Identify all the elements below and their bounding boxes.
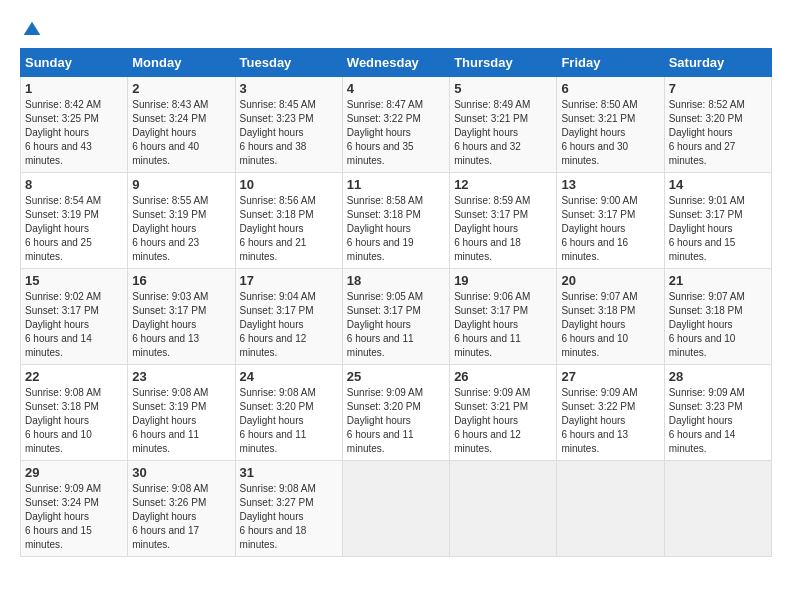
day-number: 12 xyxy=(454,177,552,192)
day-number: 26 xyxy=(454,369,552,384)
day-detail: Sunrise: 9:03 AM Sunset: 3:17 PM Dayligh… xyxy=(132,290,230,360)
day-number: 1 xyxy=(25,81,123,96)
day-detail: Sunrise: 9:08 AM Sunset: 3:19 PM Dayligh… xyxy=(132,386,230,456)
svg-marker-0 xyxy=(24,22,41,35)
day-number: 10 xyxy=(240,177,338,192)
calendar-cell: 5 Sunrise: 8:49 AM Sunset: 3:21 PM Dayli… xyxy=(450,77,557,173)
day-detail: Sunrise: 8:49 AM Sunset: 3:21 PM Dayligh… xyxy=(454,98,552,168)
day-detail: Sunrise: 8:42 AM Sunset: 3:25 PM Dayligh… xyxy=(25,98,123,168)
day-number: 13 xyxy=(561,177,659,192)
day-number: 6 xyxy=(561,81,659,96)
calendar-cell: 27 Sunrise: 9:09 AM Sunset: 3:22 PM Dayl… xyxy=(557,365,664,461)
calendar-cell: 16 Sunrise: 9:03 AM Sunset: 3:17 PM Dayl… xyxy=(128,269,235,365)
day-number: 21 xyxy=(669,273,767,288)
day-number: 28 xyxy=(669,369,767,384)
day-detail: Sunrise: 9:09 AM Sunset: 3:22 PM Dayligh… xyxy=(561,386,659,456)
calendar-cell: 4 Sunrise: 8:47 AM Sunset: 3:22 PM Dayli… xyxy=(342,77,449,173)
header xyxy=(20,16,772,40)
calendar-cell: 26 Sunrise: 9:09 AM Sunset: 3:21 PM Dayl… xyxy=(450,365,557,461)
weekday-header: Wednesday xyxy=(342,49,449,77)
weekday-header: Monday xyxy=(128,49,235,77)
calendar-cell xyxy=(664,461,771,557)
calendar-cell xyxy=(450,461,557,557)
day-number: 31 xyxy=(240,465,338,480)
day-detail: Sunrise: 9:06 AM Sunset: 3:17 PM Dayligh… xyxy=(454,290,552,360)
calendar-week-row: 15 Sunrise: 9:02 AM Sunset: 3:17 PM Dayl… xyxy=(21,269,772,365)
weekday-header: Sunday xyxy=(21,49,128,77)
calendar-week-row: 8 Sunrise: 8:54 AM Sunset: 3:19 PM Dayli… xyxy=(21,173,772,269)
calendar-cell: 9 Sunrise: 8:55 AM Sunset: 3:19 PM Dayli… xyxy=(128,173,235,269)
day-number: 24 xyxy=(240,369,338,384)
calendar-cell: 30 Sunrise: 9:08 AM Sunset: 3:26 PM Dayl… xyxy=(128,461,235,557)
calendar-cell: 21 Sunrise: 9:07 AM Sunset: 3:18 PM Dayl… xyxy=(664,269,771,365)
day-detail: Sunrise: 8:50 AM Sunset: 3:21 PM Dayligh… xyxy=(561,98,659,168)
calendar-cell: 10 Sunrise: 8:56 AM Sunset: 3:18 PM Dayl… xyxy=(235,173,342,269)
calendar-cell: 25 Sunrise: 9:09 AM Sunset: 3:20 PM Dayl… xyxy=(342,365,449,461)
day-detail: Sunrise: 8:55 AM Sunset: 3:19 PM Dayligh… xyxy=(132,194,230,264)
calendar-cell: 20 Sunrise: 9:07 AM Sunset: 3:18 PM Dayl… xyxy=(557,269,664,365)
day-number: 20 xyxy=(561,273,659,288)
day-detail: Sunrise: 8:43 AM Sunset: 3:24 PM Dayligh… xyxy=(132,98,230,168)
day-number: 29 xyxy=(25,465,123,480)
day-number: 3 xyxy=(240,81,338,96)
calendar-cell: 17 Sunrise: 9:04 AM Sunset: 3:17 PM Dayl… xyxy=(235,269,342,365)
logo xyxy=(20,20,42,40)
calendar-week-row: 1 Sunrise: 8:42 AM Sunset: 3:25 PM Dayli… xyxy=(21,77,772,173)
day-number: 17 xyxy=(240,273,338,288)
day-number: 7 xyxy=(669,81,767,96)
calendar-week-row: 22 Sunrise: 9:08 AM Sunset: 3:18 PM Dayl… xyxy=(21,365,772,461)
header-row: SundayMondayTuesdayWednesdayThursdayFrid… xyxy=(21,49,772,77)
day-detail: Sunrise: 9:09 AM Sunset: 3:21 PM Dayligh… xyxy=(454,386,552,456)
day-detail: Sunrise: 9:08 AM Sunset: 3:26 PM Dayligh… xyxy=(132,482,230,552)
calendar-cell: 31 Sunrise: 9:08 AM Sunset: 3:27 PM Dayl… xyxy=(235,461,342,557)
day-detail: Sunrise: 9:07 AM Sunset: 3:18 PM Dayligh… xyxy=(669,290,767,360)
day-detail: Sunrise: 9:00 AM Sunset: 3:17 PM Dayligh… xyxy=(561,194,659,264)
day-detail: Sunrise: 9:08 AM Sunset: 3:18 PM Dayligh… xyxy=(25,386,123,456)
calendar-cell: 28 Sunrise: 9:09 AM Sunset: 3:23 PM Dayl… xyxy=(664,365,771,461)
calendar-cell: 15 Sunrise: 9:02 AM Sunset: 3:17 PM Dayl… xyxy=(21,269,128,365)
day-detail: Sunrise: 8:45 AM Sunset: 3:23 PM Dayligh… xyxy=(240,98,338,168)
day-number: 2 xyxy=(132,81,230,96)
day-detail: Sunrise: 8:56 AM Sunset: 3:18 PM Dayligh… xyxy=(240,194,338,264)
day-detail: Sunrise: 8:47 AM Sunset: 3:22 PM Dayligh… xyxy=(347,98,445,168)
day-number: 23 xyxy=(132,369,230,384)
day-detail: Sunrise: 9:09 AM Sunset: 3:24 PM Dayligh… xyxy=(25,482,123,552)
day-number: 30 xyxy=(132,465,230,480)
calendar-cell: 12 Sunrise: 8:59 AM Sunset: 3:17 PM Dayl… xyxy=(450,173,557,269)
day-detail: Sunrise: 9:04 AM Sunset: 3:17 PM Dayligh… xyxy=(240,290,338,360)
day-number: 22 xyxy=(25,369,123,384)
day-number: 19 xyxy=(454,273,552,288)
calendar-cell: 24 Sunrise: 9:08 AM Sunset: 3:20 PM Dayl… xyxy=(235,365,342,461)
calendar-cell xyxy=(557,461,664,557)
weekday-header: Saturday xyxy=(664,49,771,77)
day-number: 4 xyxy=(347,81,445,96)
calendar-cell: 22 Sunrise: 9:08 AM Sunset: 3:18 PM Dayl… xyxy=(21,365,128,461)
day-number: 18 xyxy=(347,273,445,288)
day-detail: Sunrise: 9:08 AM Sunset: 3:27 PM Dayligh… xyxy=(240,482,338,552)
day-detail: Sunrise: 9:09 AM Sunset: 3:23 PM Dayligh… xyxy=(669,386,767,456)
day-number: 15 xyxy=(25,273,123,288)
calendar-cell: 18 Sunrise: 9:05 AM Sunset: 3:17 PM Dayl… xyxy=(342,269,449,365)
day-detail: Sunrise: 9:02 AM Sunset: 3:17 PM Dayligh… xyxy=(25,290,123,360)
calendar-cell: 3 Sunrise: 8:45 AM Sunset: 3:23 PM Dayli… xyxy=(235,77,342,173)
day-detail: Sunrise: 9:08 AM Sunset: 3:20 PM Dayligh… xyxy=(240,386,338,456)
calendar-cell: 29 Sunrise: 9:09 AM Sunset: 3:24 PM Dayl… xyxy=(21,461,128,557)
day-detail: Sunrise: 9:09 AM Sunset: 3:20 PM Dayligh… xyxy=(347,386,445,456)
day-detail: Sunrise: 8:59 AM Sunset: 3:17 PM Dayligh… xyxy=(454,194,552,264)
day-detail: Sunrise: 9:01 AM Sunset: 3:17 PM Dayligh… xyxy=(669,194,767,264)
logo-icon xyxy=(22,20,42,40)
calendar-cell: 7 Sunrise: 8:52 AM Sunset: 3:20 PM Dayli… xyxy=(664,77,771,173)
day-number: 8 xyxy=(25,177,123,192)
day-number: 11 xyxy=(347,177,445,192)
calendar-cell: 11 Sunrise: 8:58 AM Sunset: 3:18 PM Dayl… xyxy=(342,173,449,269)
day-number: 9 xyxy=(132,177,230,192)
calendar-cell: 19 Sunrise: 9:06 AM Sunset: 3:17 PM Dayl… xyxy=(450,269,557,365)
calendar-cell: 8 Sunrise: 8:54 AM Sunset: 3:19 PM Dayli… xyxy=(21,173,128,269)
weekday-header: Tuesday xyxy=(235,49,342,77)
calendar-cell: 23 Sunrise: 9:08 AM Sunset: 3:19 PM Dayl… xyxy=(128,365,235,461)
day-number: 25 xyxy=(347,369,445,384)
calendar-table: SundayMondayTuesdayWednesdayThursdayFrid… xyxy=(20,48,772,557)
day-number: 5 xyxy=(454,81,552,96)
calendar-cell: 6 Sunrise: 8:50 AM Sunset: 3:21 PM Dayli… xyxy=(557,77,664,173)
day-number: 27 xyxy=(561,369,659,384)
